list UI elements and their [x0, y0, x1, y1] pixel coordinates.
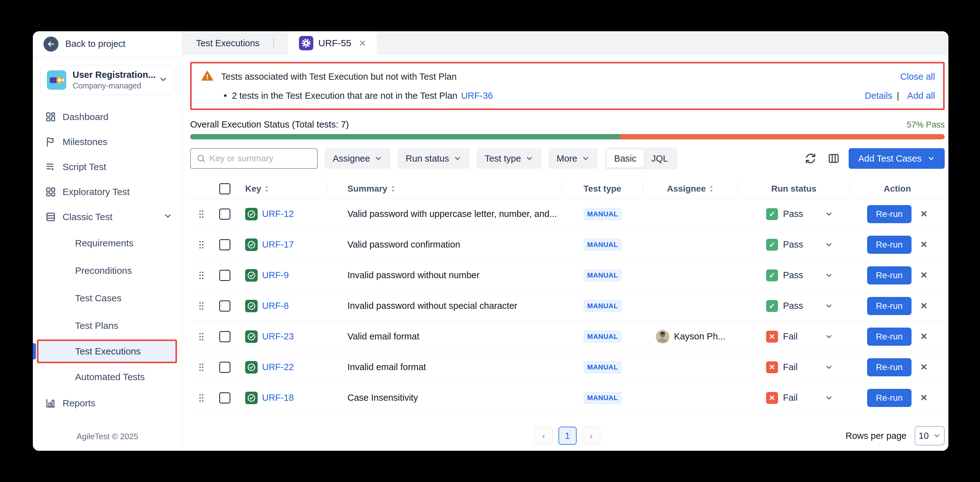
- chevron-down-icon[interactable]: [825, 210, 833, 218]
- test-key-link[interactable]: URF-17: [262, 239, 294, 250]
- chevron-down-icon[interactable]: [825, 394, 833, 402]
- rerun-button[interactable]: Re-run: [867, 358, 912, 376]
- row-checkbox[interactable]: [219, 331, 231, 342]
- chevron-down-icon[interactable]: [825, 241, 833, 249]
- drag-handle[interactable]: [190, 362, 213, 372]
- row-checkbox[interactable]: [219, 208, 231, 220]
- sort-icon[interactable]: [709, 185, 714, 192]
- current-page-button[interactable]: 1: [558, 427, 577, 445]
- project-selector[interactable]: User Registration... Company-managed: [40, 65, 175, 95]
- sidebar-item-test-cases[interactable]: Test Cases: [33, 285, 182, 312]
- prev-page-button[interactable]: ‹: [535, 427, 553, 445]
- search-input[interactable]: [210, 153, 312, 164]
- drag-handle[interactable]: [190, 331, 213, 342]
- sidebar-item-dashboard[interactable]: Dashboard: [33, 104, 182, 129]
- tab-urf-55[interactable]: URF-55 ✕: [288, 31, 377, 55]
- rows-per-page-value: 10: [919, 431, 929, 441]
- chevron-down-icon[interactable]: [825, 271, 833, 280]
- more-filter-button[interactable]: More: [549, 148, 598, 169]
- rerun-button[interactable]: Re-run: [867, 205, 912, 223]
- rerun-button[interactable]: Re-run: [867, 266, 912, 285]
- test-type-filter-button[interactable]: Test type: [477, 148, 542, 169]
- row-checkbox[interactable]: [219, 301, 231, 312]
- test-type-badge: MANUAL: [584, 269, 622, 282]
- test-key-link[interactable]: URF-12: [262, 209, 294, 219]
- sort-icon[interactable]: [264, 185, 269, 192]
- project-avatar-icon: [47, 70, 66, 90]
- chevron-down-icon[interactable]: [825, 302, 833, 310]
- sidebar-item-label: Dashboard: [62, 111, 108, 122]
- sidebar-item-label: Reports: [62, 398, 95, 409]
- tab-test-executions[interactable]: Test Executions: [182, 31, 273, 55]
- details-link[interactable]: Details: [865, 91, 892, 101]
- drag-handle[interactable]: [190, 393, 213, 403]
- test-key-link[interactable]: URF-8: [262, 301, 289, 311]
- close-all-link[interactable]: Close all: [900, 72, 935, 82]
- sidebar-item-requirements[interactable]: Requirements: [33, 229, 182, 257]
- test-plan-link[interactable]: URF-36: [461, 91, 493, 101]
- sidebar-item-test-plans[interactable]: Test Plans: [33, 312, 182, 339]
- run-status-cell: ✕ Fail: [738, 392, 850, 404]
- rerun-button[interactable]: Re-run: [867, 328, 912, 346]
- row-checkbox[interactable]: [219, 270, 231, 281]
- execution-progress-bar: [190, 134, 945, 139]
- remove-row-icon[interactable]: ✕: [920, 209, 928, 219]
- chevron-down-icon[interactable]: [825, 363, 833, 371]
- drag-handle[interactable]: [190, 301, 213, 311]
- jql-mode-tab[interactable]: JQL: [644, 150, 675, 167]
- test-key-link[interactable]: URF-18: [262, 393, 294, 403]
- add-all-link[interactable]: Add all: [907, 91, 935, 101]
- back-to-project-button[interactable]: Back to project: [33, 31, 182, 57]
- sidebar-item-milestones[interactable]: Milestones: [33, 129, 182, 154]
- sidebar-item-automated-tests[interactable]: Automated Tests: [33, 363, 182, 391]
- assignee-filter-button[interactable]: Assignee: [325, 148, 391, 169]
- select-all-checkbox[interactable]: [213, 182, 237, 196]
- sidebar-nav: Dashboard Milestones Script Test Explora…: [33, 98, 182, 416]
- drag-handle[interactable]: [190, 239, 213, 250]
- sidebar-item-preconditions[interactable]: Preconditions: [33, 257, 182, 285]
- test-key-link[interactable]: URF-22: [262, 362, 294, 372]
- next-page-button[interactable]: ›: [582, 427, 600, 445]
- sidebar-item-test-executions[interactable]: Test Executions: [38, 341, 175, 362]
- remove-row-icon[interactable]: ✕: [920, 301, 928, 311]
- sort-icon[interactable]: [391, 185, 396, 192]
- run-status-label: Pass: [783, 209, 803, 219]
- refresh-icon[interactable]: [802, 150, 819, 167]
- search-icon: [196, 154, 206, 163]
- header-summary[interactable]: Summary: [327, 182, 562, 196]
- row-checkbox[interactable]: [219, 392, 231, 404]
- run-status-label: Fail: [783, 393, 798, 403]
- test-key-link[interactable]: URF-23: [262, 331, 294, 342]
- remove-row-icon[interactable]: ✕: [920, 331, 928, 342]
- remove-row-icon[interactable]: ✕: [920, 270, 928, 280]
- sidebar-item-reports[interactable]: Reports: [33, 391, 182, 416]
- remove-row-icon[interactable]: ✕: [920, 393, 928, 403]
- table-row: URF-12 Valid password with uppercase let…: [190, 199, 945, 229]
- add-test-cases-button[interactable]: Add Test Cases: [849, 148, 945, 169]
- row-checkbox[interactable]: [219, 362, 231, 373]
- row-checkbox[interactable]: [219, 239, 231, 250]
- test-key-link[interactable]: URF-9: [262, 270, 289, 280]
- action-cell: Re-run ✕: [850, 236, 945, 254]
- sidebar-item-label: Exploratory Test: [62, 187, 130, 197]
- sidebar-item-classic-test[interactable]: Classic Test: [33, 204, 182, 229]
- rerun-button[interactable]: Re-run: [867, 297, 912, 315]
- sidebar-item-exploratory-test[interactable]: Exploratory Test: [33, 180, 182, 204]
- search-box[interactable]: [190, 148, 318, 169]
- header-key[interactable]: Key: [237, 182, 327, 196]
- rerun-button[interactable]: Re-run: [867, 389, 912, 407]
- run-status-filter-button[interactable]: Run status: [398, 148, 470, 169]
- close-tab-icon[interactable]: ✕: [359, 38, 366, 48]
- remove-row-icon[interactable]: ✕: [920, 362, 928, 372]
- rows-per-page-select[interactable]: 10: [915, 426, 945, 445]
- rerun-button[interactable]: Re-run: [867, 236, 912, 254]
- drag-handle[interactable]: [190, 209, 213, 220]
- columns-icon[interactable]: [826, 150, 842, 167]
- chevron-down-icon[interactable]: [825, 332, 833, 341]
- sidebar-item-script-test[interactable]: Script Test: [33, 154, 182, 180]
- header-assignee[interactable]: Assignee: [643, 182, 738, 196]
- remove-row-icon[interactable]: ✕: [920, 239, 928, 250]
- warning-banner: Tests associated with Test Execution but…: [190, 62, 945, 110]
- basic-mode-tab[interactable]: Basic: [607, 150, 644, 167]
- drag-handle[interactable]: [190, 270, 213, 281]
